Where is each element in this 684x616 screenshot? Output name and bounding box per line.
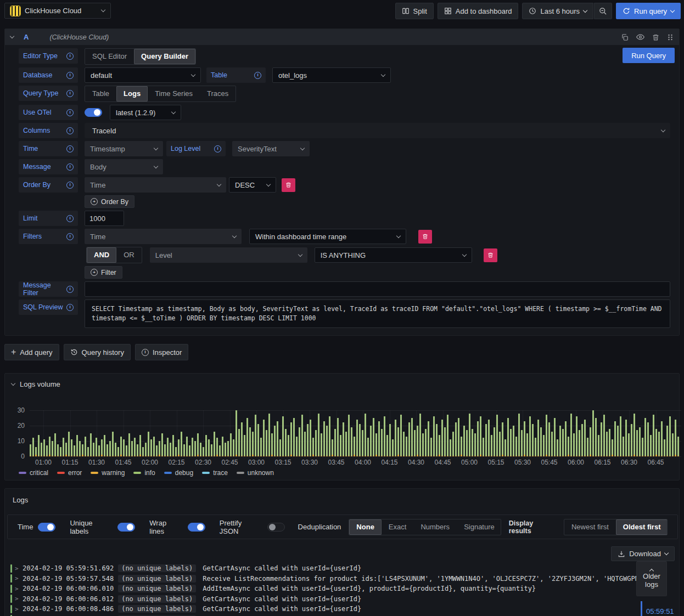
order-by-field-select[interactable]: Time [85, 177, 226, 193]
split-button[interactable]: Split [395, 3, 434, 19]
volume-bar [109, 441, 111, 456]
legend-item-info[interactable]: info [133, 469, 155, 477]
expand-log-icon[interactable]: > [15, 585, 23, 592]
info-icon[interactable]: i [66, 304, 74, 311]
filter-operator-select[interactable]: Within dashboard time range [249, 229, 406, 244]
filter-field-select[interactable]: Time [85, 229, 242, 244]
remove-filter2-button[interactable] [484, 248, 497, 262]
use-otel-toggle[interactable] [85, 108, 102, 117]
delete-query-icon[interactable] [652, 33, 659, 41]
info-icon[interactable]: i [66, 182, 74, 189]
deduplication-switch-option-exact[interactable]: Exact [382, 519, 414, 535]
info-icon[interactable]: i [66, 90, 74, 97]
add-filter-button[interactable]: + Filter [85, 266, 122, 279]
log-row[interactable]: >2024-02-19 06:00:18.663(no unique label… [10, 614, 679, 616]
expand-log-icon[interactable]: > [15, 575, 23, 582]
info-icon[interactable]: i [66, 127, 74, 134]
filter2-operator-select[interactable]: IS ANYTHING [315, 247, 472, 263]
info-icon[interactable]: i [254, 72, 261, 79]
add-query-button[interactable]: + Add query [4, 344, 59, 360]
message-column-select[interactable]: Body [85, 159, 163, 174]
collapse-query-icon[interactable] [10, 34, 14, 38]
filter2-field-select[interactable]: Level [150, 247, 307, 263]
remove-order-by-button[interactable] [282, 178, 295, 192]
drag-handle-icon[interactable] [667, 34, 674, 41]
info-icon[interactable]: i [66, 233, 74, 240]
gridline [30, 410, 681, 411]
query-type-switch-option-traces[interactable]: Traces [200, 86, 236, 101]
collapse-panel-icon[interactable] [11, 381, 15, 386]
download-button[interactable]: Download [611, 546, 675, 561]
query-type-switch-option-table[interactable]: Table [85, 86, 116, 101]
chevron-down-icon [266, 182, 271, 186]
time-range-picker[interactable]: Last 6 hours [522, 3, 593, 19]
filters-label: Filtersi [19, 229, 78, 244]
logs-volume-title[interactable]: Logs volume [12, 380, 60, 388]
inspector-button[interactable]: i Inspector [135, 344, 188, 360]
message-filter-input[interactable] [85, 281, 670, 297]
log-row[interactable]: >2024-02-19 06:00:06.012(no unique label… [10, 594, 679, 604]
limit-input[interactable]: 1000 [85, 211, 124, 226]
editor-type-switch-option-query-builder[interactable]: Query Builder [134, 49, 195, 64]
time-column-select[interactable]: Timestamp [85, 141, 163, 156]
older-logs-button[interactable]: Older logs [636, 561, 667, 596]
query-type-switch-option-logs[interactable]: Logs [116, 86, 148, 101]
zoom-out-time-button[interactable] [594, 3, 612, 19]
expand-log-icon[interactable]: > [15, 595, 23, 602]
filter-conjunction-switch-option-or[interactable]: OR [116, 247, 142, 263]
datasource-picker[interactable]: ClickHouse Cloud [4, 3, 111, 19]
info-icon[interactable]: i [66, 53, 74, 60]
otel-version-select[interactable]: latest (1.2.9) [110, 105, 181, 120]
log-row[interactable]: >2024-02-19 06:00:06.010(no unique label… [10, 584, 679, 594]
info-icon[interactable]: i [66, 286, 74, 293]
volume-bar [156, 445, 158, 456]
order-by-direction-select[interactable]: DESC [229, 177, 276, 193]
legend-item-unknown[interactable]: unknown [237, 469, 274, 477]
volume-bar [60, 447, 61, 456]
add-order-by-button[interactable]: + Order By [85, 195, 134, 208]
legend-item-critical[interactable]: critical [19, 469, 48, 477]
table-select[interactable]: otel_logs [272, 67, 391, 83]
display-results-switch-option-oldest-first[interactable]: Oldest first [616, 519, 668, 535]
remove-filter-button[interactable] [418, 230, 432, 244]
add-to-dashboard-button[interactable]: Add to dashboard [438, 3, 519, 19]
info-icon[interactable]: i [66, 163, 74, 171]
info-icon[interactable]: i [66, 145, 74, 152]
legend-item-trace[interactable]: trace [202, 469, 228, 477]
info-icon[interactable]: i [66, 72, 74, 79]
editor-type-switch-option-sql-editor[interactable]: SQL Editor [85, 49, 134, 64]
deduplication-switch-option-signature[interactable]: Signature [457, 519, 501, 535]
duplicate-query-icon[interactable] [621, 33, 629, 41]
hide-query-eye-icon[interactable] [636, 33, 644, 41]
prettify-json-toggle[interactable] [267, 523, 285, 532]
log-level-select[interactable]: SeverityText [232, 141, 310, 156]
info-icon[interactable]: i [66, 109, 74, 116]
unique-labels-toggle[interactable] [117, 523, 135, 532]
scroll-position-indicator[interactable] [641, 601, 642, 616]
legend-item-error[interactable]: error [57, 469, 82, 477]
expand-log-icon[interactable]: > [15, 565, 23, 572]
run-query-button[interactable]: Run query [616, 3, 681, 19]
scroll-time-label: 05:59:51 [646, 607, 674, 615]
database-select[interactable]: default [85, 67, 201, 83]
display-results-switch-option-newest-first[interactable]: Newest first [564, 519, 616, 535]
filter-conjunction-switch-option-and[interactable]: AND [87, 247, 116, 263]
sql-preview-code[interactable]: SELECT Timestamp as timestamp, Body as b… [85, 299, 670, 328]
deduplication-switch-option-numbers[interactable]: Numbers [413, 519, 457, 535]
legend-item-warning[interactable]: warning [91, 469, 125, 477]
time-toggle[interactable] [38, 523, 55, 532]
legend-item-debug[interactable]: debug [164, 469, 193, 477]
log-row[interactable]: >2024-02-19 05:59:51.692(no unique label… [10, 563, 679, 574]
query-history-button[interactable]: Query history [64, 344, 131, 360]
query-header[interactable]: A (ClickHouse Cloud) [5, 29, 679, 45]
log-row[interactable]: >2024-02-19 06:00:08.486(no unique label… [10, 604, 679, 614]
wrap-lines-toggle[interactable] [188, 523, 205, 532]
deduplication-switch-option-none[interactable]: None [349, 519, 382, 535]
info-icon[interactable]: i [214, 145, 221, 152]
info-icon[interactable]: i [66, 215, 74, 222]
expand-log-icon[interactable]: > [15, 606, 23, 613]
logs-volume-chart[interactable] [30, 410, 681, 456]
columns-multiselect[interactable]: TraceId [85, 123, 670, 138]
query-type-switch-option-time-series[interactable]: Time Series [148, 86, 200, 101]
log-row[interactable]: >2024-02-19 05:59:57.548(no unique label… [10, 574, 679, 584]
